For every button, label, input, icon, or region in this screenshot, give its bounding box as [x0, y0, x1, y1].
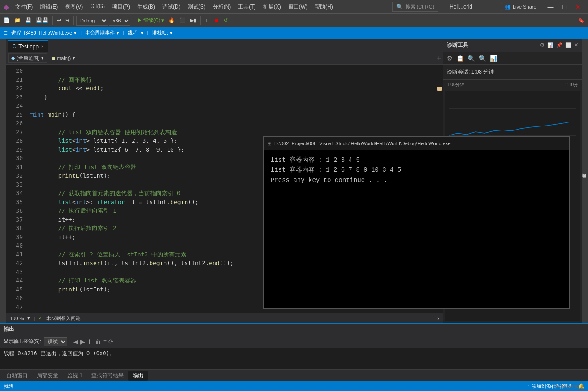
editor-dropdowns: ◆ (全局范围) ▾ ■ main() ▾ + — [6, 52, 443, 65]
diag-time-start: 1:00分钟 — [447, 82, 464, 88]
toolbar-undo[interactable]: ↩ — [55, 17, 63, 24]
diag-tool-3[interactable]: 🔍 — [467, 55, 475, 62]
menu-project[interactable]: 项目(P) — [109, 2, 133, 12]
tab-find-symbol[interactable]: 查找符号结果 — [87, 371, 128, 381]
output-icon-4[interactable]: 🗑 — [95, 338, 101, 345]
output-toolbar-icons: ◀ ▶ ⏸ 🗑 ≡ ⟳ — [74, 338, 114, 345]
diag-expand-icon[interactable]: ⬜ — [565, 42, 571, 48]
editor-status: 100 % ▾ | ✓ 未找到相关问题 › — [6, 313, 443, 323]
toolbar-open[interactable]: 📁 — [13, 17, 22, 24]
namespace-label: (全局范围) — [17, 55, 39, 61]
live-share-button[interactable]: 👥 Live Share — [501, 3, 540, 11]
editor-tabs: C Test.cpp × — [6, 39, 443, 52]
window-title: Hell...orld — [450, 4, 472, 10]
check-icon: ✓ — [39, 315, 43, 321]
zoom-level[interactable]: 100 % — [10, 316, 24, 321]
editor-tab-testcpp[interactable]: C Test.cpp × — [8, 40, 48, 52]
menu-test[interactable]: 测试(S) — [185, 2, 208, 12]
menu-debug[interactable]: 调试(D) — [160, 2, 183, 12]
output-content: 线程 0x8216 已退出，返回值为 0 (0x0)。 — [0, 348, 588, 369]
step-controls[interactable]: ▶▮ — [188, 17, 198, 24]
menu-file[interactable]: 文件(F) — [13, 2, 35, 12]
minimize-button[interactable]: — — [544, 2, 558, 11]
scroll-right-btn[interactable]: › — [437, 316, 439, 321]
lifecycle-dropdown-icon[interactable]: ▾ — [117, 30, 119, 36]
menu-tools[interactable]: 工具(T) — [235, 2, 258, 12]
function-label: main() — [57, 56, 71, 61]
toolbar-save-all[interactable]: 💾💾 — [34, 17, 50, 24]
restart-button[interactable]: ↺ — [222, 17, 229, 24]
zoom-dropdown[interactable]: ▾ — [27, 315, 30, 321]
add-code-icon[interactable]: + — [437, 54, 441, 62]
menu-edit[interactable]: 编辑(E) — [37, 2, 61, 12]
diag-tool-1[interactable]: ⚙ — [447, 55, 453, 62]
toolbar-new[interactable]: 📄 — [2, 17, 12, 24]
status-separator: | — [34, 316, 35, 321]
live-share-icon: 👥 — [505, 4, 511, 10]
left-sidebar — [0, 39, 6, 323]
pause-button[interactable]: ⏸ — [203, 17, 212, 24]
menu-git[interactable]: Git(G) — [87, 2, 108, 12]
toolbar-sep-2 — [74, 16, 74, 25]
attach-debugger[interactable]: ⬛ — [177, 17, 187, 24]
tab-close-button[interactable]: × — [41, 44, 44, 49]
console-content: list 容器内容 : 1 2 3 4 5 list 容器内容 : 1 2 6 … — [264, 150, 569, 308]
process-dropdown-icon[interactable]: ▾ — [74, 30, 77, 36]
diag-settings-icon[interactable]: ⚙ — [540, 42, 545, 48]
callstack-dropdown-icon[interactable]: ▾ — [170, 30, 173, 36]
tab-watch1[interactable]: 监视 1 — [63, 371, 87, 381]
format-text[interactable]: ≡ — [569, 17, 575, 24]
status-text: 就绪 — [4, 383, 13, 390]
hot-reload-icon[interactable]: 🔥 — [167, 17, 177, 24]
menu-extensions[interactable]: 扩展(X) — [260, 2, 284, 12]
function-icon: ■ — [52, 56, 55, 61]
bottom-tabs: 自动窗口 局部变量 监视 1 查找符号结果 输出 — [0, 369, 588, 381]
toolbar-save[interactable]: 💾 — [23, 17, 33, 24]
diag-tool-4[interactable]: 🔍 — [479, 55, 486, 62]
search-placeholder: 搜索 (Ctrl+Q) — [406, 4, 434, 10]
platform-dropdown[interactable]: x86 x64 — [109, 16, 130, 26]
menu-help[interactable]: 帮助(H) — [312, 2, 336, 12]
toolbar-sep-1 — [52, 16, 53, 25]
diag-tool-2[interactable]: 📋 — [456, 55, 464, 62]
output-icon-6[interactable]: ⟳ — [108, 338, 114, 345]
bookmark[interactable]: 🔖 — [576, 17, 586, 24]
output-icon-1[interactable]: ◀ — [74, 338, 78, 345]
tab-output[interactable]: 输出 — [128, 371, 148, 381]
process-selector: 进程: [3480] HelloWorld.exe ▾ — [11, 30, 77, 36]
toolbar-redo[interactable]: ↪ — [64, 17, 71, 24]
output-icon-5[interactable]: ≡ — [103, 338, 107, 345]
function-dropdown[interactable]: ■ main() ▾ — [49, 54, 78, 62]
scroll-indicator — [437, 87, 442, 91]
output-panel-toolbar: 显示输出来源(S): 调试 ◀ ▶ ⏸ 🗑 ≡ ⟳ — [0, 335, 588, 348]
build-config-dropdown[interactable]: Debug Release — [76, 16, 108, 26]
menu-analyze[interactable]: 分析(N) — [210, 2, 234, 12]
console-window: ⊞ D:\002_Project\006_Visual_Studio\Hello… — [263, 136, 570, 309]
toolbar-sep-3 — [133, 16, 133, 25]
close-button[interactable]: ✕ — [572, 2, 584, 11]
tab-auto-window[interactable]: 自动窗口 — [2, 371, 32, 381]
diag-session-label: 诊断会话: 1:08 分钟 — [447, 69, 494, 75]
continue-button[interactable]: ▶ 继续(C) ▾ — [135, 16, 166, 25]
diag-pin-icon[interactable]: 📌 — [556, 42, 562, 48]
title-bar: ◆ 文件(F) 编辑(E) 视图(V) Git(G) 项目(P) 生成(B) 调… — [0, 0, 588, 13]
menu-build[interactable]: 生成(B) — [134, 2, 158, 12]
maximize-button[interactable]: □ — [559, 2, 570, 11]
output-source-select[interactable]: 调试 — [44, 337, 67, 346]
right-sidebar-text[interactable]: 调用层次结构 — [582, 179, 588, 182]
diag-tool-5[interactable]: 📊 — [490, 55, 497, 62]
tab-locals[interactable]: 局部变量 — [32, 371, 63, 381]
stop-button[interactable]: ⏹ — [212, 17, 221, 24]
thread-dropdown-icon[interactable]: ▾ — [141, 30, 143, 36]
menu-view[interactable]: 视图(V) — [62, 2, 86, 12]
namespace-dropdown[interactable]: ◆ (全局范围) ▾ — [8, 53, 47, 63]
tab-icon: C — [13, 44, 16, 49]
debug-bar-icon: ☰ — [4, 30, 8, 35]
diag-chart-icon[interactable]: 📊 — [547, 42, 553, 48]
output-icon-2[interactable]: ▶ — [80, 338, 85, 345]
live-share-label: Live Share — [513, 4, 536, 9]
diag-close-icon[interactable]: ✕ — [574, 42, 578, 48]
namespace-chevron: ▾ — [41, 55, 44, 61]
menu-window[interactable]: 窗口(W) — [285, 2, 310, 12]
output-icon-3[interactable]: ⏸ — [87, 338, 93, 345]
